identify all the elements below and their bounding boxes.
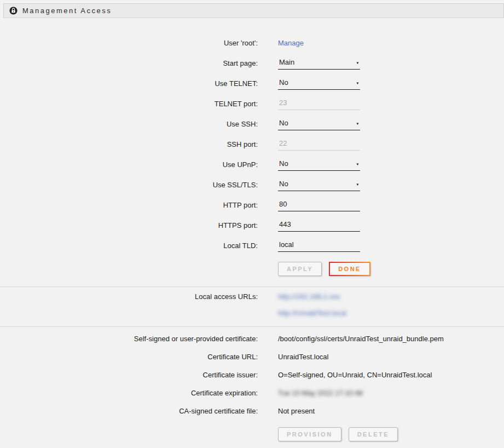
field-label: Use TELNET:: [0, 79, 258, 88]
certificate-buttons: PROVISION DELETE: [278, 427, 504, 441]
use-ssl-select[interactable]: No ▼: [278, 179, 360, 191]
form-row-ssh-port: SSH port:: [0, 134, 504, 154]
local-access-url-2[interactable]: http://UnraidTest.local: [278, 309, 346, 317]
use-telnet-select[interactable]: No ▼: [278, 78, 360, 90]
page-header: Management Access: [3, 3, 504, 18]
local-access-url-1[interactable]: http://192.168.1.xxx: [278, 292, 346, 301]
field-label: Certificate URL:: [0, 353, 258, 361]
field-label: Use UPnP:: [0, 160, 258, 169]
form-row-user-root: User 'root': Manage: [0, 33, 504, 53]
cert-row-url: Certificate URL: UnraidTest.local: [0, 348, 504, 366]
form-row-local-tld: Local TLD:: [0, 236, 504, 256]
start-page-select[interactable]: Main ▼: [278, 58, 360, 70]
form-row-http-port: HTTP port:: [0, 195, 504, 215]
select-value: No: [279, 119, 288, 127]
cert-expiration-value: Tue 10 May 2022 17:10:48: [278, 389, 363, 397]
cert-url-value: UnraidTest.local: [278, 353, 329, 361]
delete-button[interactable]: DELETE: [349, 427, 398, 441]
ssh-port-input: [278, 139, 360, 151]
chevron-down-icon: ▼: [356, 81, 360, 84]
chevron-down-icon: ▼: [356, 182, 360, 186]
select-value: No: [279, 78, 288, 87]
certificate-section: Self-signed or user-provided certificate…: [0, 327, 504, 441]
provision-button[interactable]: PROVISION: [278, 427, 341, 441]
chevron-down-icon: ▼: [356, 162, 360, 165]
field-label: Local TLD:: [0, 242, 258, 250]
field-label: Certificate expiration:: [0, 389, 258, 397]
form-row-https-port: HTTPS port:: [0, 215, 504, 236]
field-label: HTTP port:: [0, 201, 258, 209]
field-label: Local access URLs:: [0, 292, 258, 317]
done-button[interactable]: DONE: [329, 262, 370, 276]
page-title: Management Access: [22, 7, 112, 15]
local-tld-input[interactable]: [278, 240, 360, 252]
ca-cert-status: Not present: [278, 407, 315, 415]
field-label: Use SSH:: [0, 120, 258, 128]
cert-issuer-value: O=Self-signed, OU=Unraid, CN=UnraidTest.…: [278, 371, 432, 379]
cert-row-expiration: Certificate expiration: Tue 10 May 2022 …: [0, 384, 504, 402]
use-upnp-select[interactable]: No ▼: [278, 159, 360, 171]
form-buttons: APPLY DONE: [278, 262, 504, 276]
form-row-use-upnp: Use UPnP: No ▼: [0, 154, 504, 175]
form-row-telnet-port: TELNET port:: [0, 94, 504, 114]
field-label: User 'root':: [0, 39, 258, 47]
select-value: No: [279, 159, 288, 168]
cert-row-bundle: Self-signed or user-provided certificate…: [0, 330, 504, 348]
form-row-use-telnet: Use TELNET: No ▼: [0, 73, 504, 94]
field-label: CA-signed certificate file:: [0, 407, 258, 415]
telnet-port-input: [278, 98, 360, 110]
field-label: TELNET port:: [0, 100, 258, 108]
cert-bundle-path: /boot/config/ssl/certs/UnraidTest_unraid…: [278, 335, 444, 343]
apply-button[interactable]: APPLY: [278, 262, 322, 276]
lock-circle-icon: [9, 7, 18, 15]
http-port-input[interactable]: [278, 199, 360, 211]
cert-row-ca-file: CA-signed certificate file: Not present: [0, 402, 504, 420]
field-label: Start page:: [0, 59, 258, 67]
field-label: Self-signed or user-provided certificate…: [0, 335, 258, 343]
chevron-down-icon: ▼: [356, 61, 360, 64]
field-label: HTTPS port:: [0, 221, 258, 229]
manage-root-link[interactable]: Manage: [278, 39, 304, 47]
local-access-section: Local access URLs: http://192.168.1.xxx …: [0, 287, 504, 326]
select-value: Main: [279, 58, 294, 66]
cert-row-issuer: Certificate issuer: O=Self-signed, OU=Un…: [0, 366, 504, 384]
field-label: Certificate issuer:: [0, 371, 258, 379]
select-value: No: [279, 180, 288, 188]
chevron-down-icon: ▼: [356, 122, 360, 125]
use-ssh-select[interactable]: No ▼: [278, 118, 360, 130]
field-label: Use SSL/TLS:: [0, 181, 258, 189]
form-row-start-page: Start page: Main ▼: [0, 53, 504, 73]
form-row-use-ssh: Use SSH: No ▼: [0, 114, 504, 134]
https-port-input[interactable]: [278, 220, 360, 232]
field-label: SSH port:: [0, 140, 258, 148]
form-row-use-ssl: Use SSL/TLS: No ▼: [0, 175, 504, 195]
